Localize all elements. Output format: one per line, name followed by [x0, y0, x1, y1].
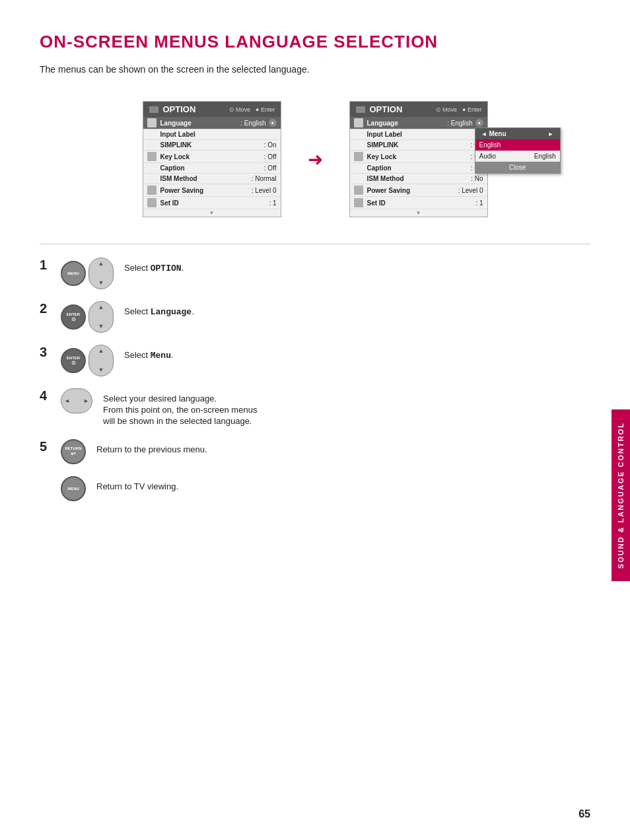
step-text-5: Return to the previous menu.: [96, 439, 207, 454]
popup-audio-row: Audio English: [475, 151, 560, 162]
option-row-inputlabel-right: Input Label: [350, 129, 487, 140]
option-box-right: OPTION ⊙ Move ● Enter Language : English…: [349, 101, 488, 217]
popup-close-button[interactable]: Close: [475, 162, 560, 173]
popup-header: ◄ Menu ►: [475, 128, 560, 139]
option-title-right: OPTION: [370, 104, 403, 114]
menu-button-1[interactable]: MENU: [61, 261, 86, 286]
step-text-2: Select Language.: [124, 301, 194, 317]
step-text-3: Select Menu.: [124, 345, 174, 361]
arrow-symbol: ➜: [308, 149, 323, 170]
lr-nav-button-4[interactable]: ◄ ►: [61, 388, 92, 413]
nav-button-3[interactable]: ▲ ▼: [88, 345, 114, 376]
step-icon-2: ENTER ⊙ ▲ ▼: [61, 301, 114, 333]
step-text-6: Return to TV viewing.: [96, 476, 178, 491]
option-row-ism-right: ISM Method : No: [350, 174, 487, 184]
scroll-arrow-left: ▼: [143, 209, 281, 217]
option-title-left: OPTION: [163, 104, 196, 114]
setid-icon-left: [147, 198, 157, 207]
option-row-ism-left: ISM Method : Normal: [143, 174, 281, 184]
page-title: ON-SCREEN MENUS LANGUAGE SELECTION: [40, 32, 590, 52]
language-icon-left: [147, 118, 157, 127]
option-row-caption-right: Caption : Off: [350, 163, 487, 174]
side-tab: SOUND & LANGUAGE CONTROL: [612, 409, 630, 581]
option-screen-left: OPTION ⊙ Move ● Enter Language : English…: [143, 101, 281, 217]
popup-item-english-1[interactable]: English: [475, 139, 560, 151]
return-button-5[interactable]: RETURN ↩: [61, 439, 86, 464]
step-number-4: 4: [40, 388, 50, 403]
step-number-1: 1: [40, 258, 50, 273]
language-popup: ◄ Menu ► English Audio English Close: [475, 127, 561, 174]
page-number: 65: [578, 808, 590, 820]
option-header-right: OPTION ⊙ Move ● Enter: [350, 102, 487, 117]
step-icon-3: ENTER ⊙ ▲ ▼: [61, 345, 114, 376]
step-icon-5: RETURN ↩: [61, 439, 86, 464]
enter-button-2[interactable]: ENTER ⊙: [61, 304, 86, 330]
step-3: 3 ENTER ⊙ ▲ ▼ Select Menu.: [40, 345, 590, 376]
option-header-left: OPTION ⊙ Move ● Enter: [143, 102, 281, 117]
option-row-setid-right: Set ID : 1: [350, 197, 487, 209]
keylock-icon-right: [354, 152, 363, 161]
option-row-simplink-right: SIMPLINK : On: [350, 140, 487, 151]
keylock-icon-left: [147, 152, 157, 161]
step-1: 1 MENU ▲ ▼ Select OPTION.: [40, 258, 590, 289]
language-icon-right: [354, 118, 363, 127]
option-screen-right: OPTION ⊙ Move ● Enter Language : English…: [349, 101, 488, 217]
step-icon-6: MENU: [61, 476, 86, 501]
steps-container: 1 MENU ▲ ▼ Select OPTION. 2 ENTER ⊙: [40, 258, 590, 501]
step-text-4: Select your desired language. From this …: [103, 388, 257, 427]
step-number-5: 5: [40, 439, 50, 454]
step-number-2: 2: [40, 301, 50, 316]
power-icon-right: [354, 186, 363, 195]
nav-button-2[interactable]: ▲ ▼: [88, 301, 114, 333]
side-tab-text: SOUND & LANGUAGE CONTROL: [617, 422, 625, 569]
enter-button-3[interactable]: ENTER ⊙: [61, 348, 86, 373]
step-text-1: Select OPTION.: [124, 258, 184, 273]
option-row-language-left: Language : English ●: [143, 117, 281, 129]
option-row-simplink-left: SIMPLINK : On: [143, 140, 281, 151]
option-row-keylock-left: Key Lock : Off: [143, 151, 281, 163]
step-2: 2 ENTER ⊙ ▲ ▼ Select Language.: [40, 301, 590, 333]
step-number-3: 3: [40, 345, 50, 360]
option-row-caption-left: Caption : Off: [143, 163, 281, 174]
option-row-language-right: Language : English ●: [350, 117, 487, 129]
menu-button-6[interactable]: MENU: [61, 476, 86, 501]
step-icon-4: ◄ ►: [61, 388, 92, 413]
step-6: MENU Return to TV viewing.: [40, 476, 590, 501]
nav-button-1[interactable]: ▲ ▼: [88, 258, 114, 289]
screen-icon-right: [355, 106, 366, 114]
option-row-keylock-right: Key Lock : Off: [350, 151, 487, 163]
setid-icon-right: [354, 198, 363, 207]
step-5: 5 RETURN ↩ Return to the previous menu.: [40, 439, 590, 464]
step-4: 4 ◄ ► Select your desired language. From…: [40, 388, 590, 427]
scroll-arrow-right: ▼: [350, 209, 487, 217]
divider: [40, 244, 590, 244]
page-subtitle: The menus can be shown on the screen in …: [40, 64, 590, 75]
option-row-setid-left: Set ID : 1: [143, 197, 281, 209]
popup-header-label: Menu: [489, 130, 545, 137]
option-nav-left: ⊙ Move ● Enter: [229, 106, 275, 113]
power-icon-left: [147, 186, 157, 195]
option-row-power-right: Power Saving : Level 0: [350, 184, 487, 197]
option-nav-right: ⊙ Move ● Enter: [436, 106, 482, 113]
page-content: ON-SCREEN MENUS LANGUAGE SELECTION The m…: [0, 0, 630, 541]
option-row-inputlabel-left: Input Label: [143, 129, 281, 140]
step-icon-1: MENU ▲ ▼: [61, 258, 114, 289]
screens-container: OPTION ⊙ Move ● Enter Language : English…: [40, 101, 590, 217]
screen-icon-left: [149, 106, 159, 114]
option-row-power-left: Power Saving : Level 0: [143, 184, 281, 197]
